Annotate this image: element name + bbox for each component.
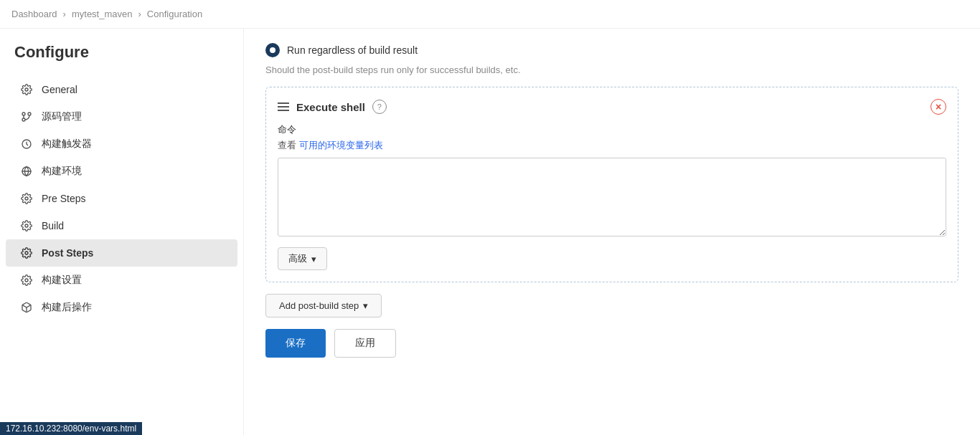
add-step-label: Add post-build step bbox=[279, 300, 359, 311]
svg-point-6 bbox=[25, 197, 28, 200]
breadcrumb-sep1: › bbox=[63, 9, 66, 19]
status-bar: 172.16.10.232:8080/env-vars.html bbox=[0, 422, 142, 435]
sidebar-item-buildsettings[interactable]: 构建设置 bbox=[6, 267, 237, 294]
command-label: 命令 bbox=[278, 123, 946, 136]
sidebar-item-buildsettings-label: 构建设置 bbox=[42, 274, 82, 287]
advanced-button[interactable]: 高级 ▾ bbox=[278, 247, 327, 270]
execute-shell-card: Execute shell ? × 命令 查看 可用的环境变量列表 高级 ▾ bbox=[265, 87, 958, 282]
sidebar-item-presteps-label: Pre Steps bbox=[42, 193, 85, 204]
svg-point-9 bbox=[25, 279, 28, 282]
add-step-chevron-icon: ▾ bbox=[363, 300, 368, 311]
sidebar-item-build[interactable]: Build bbox=[6, 212, 237, 239]
svg-point-1 bbox=[22, 118, 25, 121]
gear-poststeps-icon bbox=[20, 247, 33, 259]
sidebar-item-build-label: Build bbox=[42, 220, 64, 231]
sidebar-item-poststeps-label: Post Steps bbox=[42, 247, 93, 259]
svg-point-7 bbox=[25, 224, 28, 227]
sidebar-item-env[interactable]: 构建环境 bbox=[6, 158, 237, 185]
chevron-down-icon: ▾ bbox=[311, 254, 316, 264]
globe-icon bbox=[20, 165, 33, 178]
svg-point-3 bbox=[28, 113, 31, 115]
breadcrumb: Dashboard › mytest_maven › Configuration bbox=[0, 0, 980, 29]
sidebar-item-poststeps[interactable]: Post Steps bbox=[6, 239, 237, 267]
main-content: Run regardless of build result Should th… bbox=[244, 29, 980, 435]
footer-buttons: 保存 应用 bbox=[265, 329, 958, 358]
svg-point-8 bbox=[25, 252, 28, 254]
sidebar-item-postbuild-label: 构建后操作 bbox=[42, 301, 92, 314]
cube-icon bbox=[20, 301, 33, 314]
sidebar-item-source[interactable]: 源码管理 bbox=[6, 103, 237, 130]
sidebar-item-triggers-label: 构建触发器 bbox=[42, 138, 92, 150]
svg-point-0 bbox=[25, 88, 28, 91]
sidebar-item-presteps[interactable]: Pre Steps bbox=[6, 185, 237, 212]
shell-header-left: Execute shell ? bbox=[278, 100, 387, 114]
breadcrumb-page: Configuration bbox=[147, 9, 202, 19]
apply-button[interactable]: 应用 bbox=[334, 329, 396, 358]
hint-prefix: 查看 bbox=[278, 140, 296, 150]
sidebar-item-general[interactable]: General bbox=[6, 76, 237, 103]
shell-title: Execute shell bbox=[296, 101, 365, 113]
add-post-build-step-button[interactable]: Add post-build step ▾ bbox=[265, 294, 382, 317]
sidebar-item-general-label: General bbox=[42, 84, 77, 95]
fork-icon bbox=[20, 110, 33, 123]
sidebar-item-triggers[interactable]: 构建触发器 bbox=[6, 130, 237, 158]
env-vars-link[interactable]: 可用的环境变量列表 bbox=[299, 140, 383, 150]
drag-handle-icon[interactable] bbox=[278, 102, 289, 111]
breadcrumb-sep2: › bbox=[138, 9, 141, 19]
gear-presteps-icon bbox=[20, 192, 33, 205]
shell-header: Execute shell ? × bbox=[278, 99, 946, 115]
advanced-label: 高级 bbox=[288, 252, 307, 265]
help-button[interactable]: ? bbox=[372, 100, 387, 114]
toggle-description: Should the post-build steps run only for… bbox=[265, 64, 958, 75]
toggle-label: Run regardless of build result bbox=[287, 44, 418, 56]
command-textarea[interactable] bbox=[278, 158, 946, 236]
sidebar-item-source-label: 源码管理 bbox=[42, 110, 82, 123]
sidebar: Configure General 源码管理 构建触发器 构建环境 bbox=[0, 29, 244, 435]
env-vars-hint: 查看 可用的环境变量列表 bbox=[278, 139, 946, 152]
gear-icon bbox=[20, 83, 33, 96]
gear-settings-icon bbox=[20, 274, 33, 287]
sidebar-item-env-label: 构建环境 bbox=[42, 165, 82, 178]
close-button[interactable]: × bbox=[930, 99, 946, 115]
breadcrumb-dashboard[interactable]: Dashboard bbox=[11, 9, 57, 19]
clock-icon bbox=[20, 138, 33, 150]
toggle-indicator[interactable] bbox=[265, 43, 280, 57]
sidebar-title: Configure bbox=[0, 43, 243, 76]
svg-point-2 bbox=[22, 113, 25, 115]
gear-build-icon bbox=[20, 219, 33, 232]
toggle-row: Run regardless of build result bbox=[265, 43, 958, 57]
save-button[interactable]: 保存 bbox=[265, 329, 326, 358]
sidebar-item-postbuild[interactable]: 构建后操作 bbox=[6, 294, 237, 321]
breadcrumb-project[interactable]: mytest_maven bbox=[72, 9, 133, 19]
